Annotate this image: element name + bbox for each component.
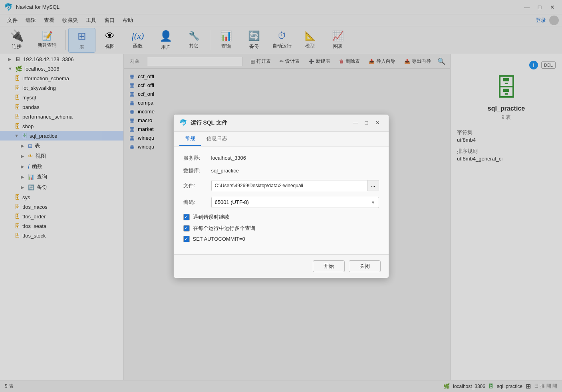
dialog-close-button[interactable]: ✕ xyxy=(373,119,383,127)
start-button[interactable]: 开始 xyxy=(313,260,345,272)
dialog-minimize-button[interactable]: — xyxy=(350,119,361,127)
tab-general[interactable]: 常规 xyxy=(179,132,201,146)
dialog-title: 运行 SQL 文件 xyxy=(191,119,227,127)
select-arrow-icon: ▼ xyxy=(371,200,375,205)
checkbox-autocommit: ✓ SET AUTOCOMMIT=0 xyxy=(183,236,379,242)
server-label: 服务器: xyxy=(183,154,211,162)
encoding-select[interactable]: 65001 (UTF-8) ▼ xyxy=(211,197,379,208)
database-value: sql_practice xyxy=(211,168,239,174)
database-row: 数据库: sql_practice xyxy=(183,167,379,174)
checkbox-multi-input[interactable]: ✓ xyxy=(183,225,190,232)
checkbox-continue-label: 遇到错误时继续 xyxy=(193,214,229,221)
browse-button[interactable]: ... xyxy=(368,180,379,190)
file-group: C:\Users\49269\Desktop\data\2-winequali … xyxy=(211,180,379,191)
close-dialog-button[interactable]: 关闭 xyxy=(349,260,381,272)
checkbox-continue-on-error: ✓ 遇到错误时继续 xyxy=(183,214,379,221)
checkbox-continue-input[interactable]: ✓ xyxy=(183,214,190,220)
dialog-restore-button[interactable]: □ xyxy=(361,119,372,127)
dialog-titlebar: 🐬 运行 SQL 文件 — □ ✕ xyxy=(174,115,389,132)
file-row: 文件: C:\Users\49269\Desktop\data\2-winequ… xyxy=(183,180,379,191)
dialog-tabs: 常规 信息日志 xyxy=(174,132,389,147)
dialog-footer: 开始 关闭 xyxy=(174,254,389,278)
dialog-content: 服务器: localhost_3306 数据库: sql_practice 文件… xyxy=(174,147,389,254)
database-label: 数据库: xyxy=(183,167,211,174)
encoding-row: 编码: 65001 (UTF-8) ▼ xyxy=(183,197,379,208)
checkbox-autocommit-label: SET AUTOCOMMIT=0 xyxy=(193,236,245,242)
tab-log[interactable]: 信息日志 xyxy=(201,132,233,146)
dialog-overlay: 🐬 运行 SQL 文件 — □ ✕ 常规 信息日志 服务器: localhost… xyxy=(0,0,562,392)
encoding-label: 编码: xyxy=(183,199,211,206)
file-label: 文件: xyxy=(183,182,211,189)
dialog-run-sql: 🐬 运行 SQL 文件 — □ ✕ 常规 信息日志 服务器: localhost… xyxy=(173,114,389,278)
dialog-logo-icon: 🐬 xyxy=(179,119,187,127)
checkbox-multi-label: 在每个运行中运行多个查询 xyxy=(193,225,255,232)
server-value: localhost_3306 xyxy=(211,155,246,161)
checkbox-multi-query: ✓ 在每个运行中运行多个查询 xyxy=(183,225,379,232)
file-input[interactable]: C:\Users\49269\Desktop\data\2-winequali xyxy=(211,180,368,191)
dialog-controls: — □ ✕ xyxy=(350,119,383,127)
dialog-title-left: 🐬 运行 SQL 文件 xyxy=(179,119,227,127)
checkbox-autocommit-input[interactable]: ✓ xyxy=(183,236,190,242)
server-row: 服务器: localhost_3306 xyxy=(183,154,379,162)
